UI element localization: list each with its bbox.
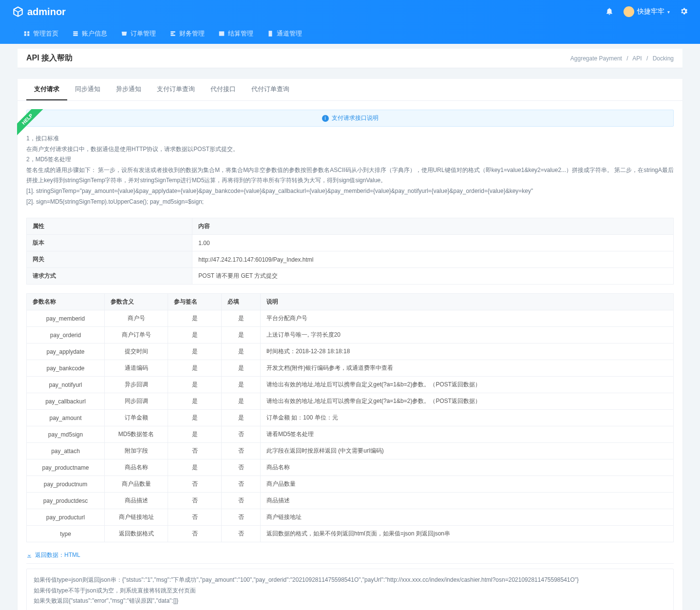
help-line: 签名生成的通用步骤如下： 第一步，设所有发送或者接收到的数据为集合M，将集合M内… [26,165,674,186]
cell: pay_producturl [27,509,105,526]
th-attr: 属性 [27,218,192,235]
cell: type [27,526,105,542]
table-row: pay_amount订单金额是是订单金额 如：100 单位：元 [27,410,674,426]
cell: 是 [168,459,222,476]
cell: 否 [168,493,222,509]
attr-name: 版本 [27,235,192,251]
cell: 否 [222,509,261,526]
cell: 否 [168,509,222,526]
cell: 平台分配商户号 [261,310,674,327]
tabs: 支付请求同步通知异步通知支付订单查询代付接口代付订单查询 [18,79,682,101]
cell: 返回数据格式 [105,526,168,542]
crumb-b[interactable]: API [632,55,642,62]
cell: 是 [222,377,261,393]
cell: 是 [168,393,222,410]
table-row: pay_bankcode通道编码是是开发文档(附件)银行编码参考，或通道费率中查… [27,360,674,377]
th-value: 内容 [192,218,674,235]
cell: pay_md5sign [27,426,105,443]
th: 说明 [261,294,674,310]
table-row: pay_md5signMD5数据签名是否请看MD5签名处理 [27,426,674,443]
cell: 请看MD5签名处理 [261,426,674,443]
table-row: pay_producturl商户链接地址否否商户链接地址 [27,509,674,526]
nav-finance[interactable]: 财务管理 [170,29,205,38]
logo-icon [12,5,24,18]
user-menu[interactable]: 快捷牢牢 ▾ [624,6,670,17]
th: 参数名称 [27,294,105,310]
help-line: 2，MD5签名处理 [26,154,674,165]
return-title: 返回数据：HTML [26,551,674,564]
nav-label: 通道管理 [277,29,302,38]
cell: 是 [168,310,222,327]
cell: 是 [168,327,222,343]
tab-2[interactable]: 异步通知 [108,79,149,100]
help-line: 在商户支付请求接口中，数据通信是使用HTTP协议，请求数据以POST形式提交。 [26,144,674,155]
nav-label: 结算管理 [228,29,253,38]
topbar: adminor 快捷牢牢 ▾ [0,0,700,23]
nav-orders[interactable]: 订单管理 [121,29,156,38]
cell: pay_orderid [27,327,105,343]
cell: 是 [168,360,222,377]
th: 必填 [222,294,261,310]
help-line: [1]. stringSignTemp="pay_amount={value}&… [26,186,674,197]
tab-3[interactable]: 支付订单查询 [149,79,203,100]
nav-settlement[interactable]: 结算管理 [218,29,253,38]
cell: 是 [222,343,261,360]
user-name: 快捷牢牢 [637,7,664,16]
return-line: 如果失败返回{"status":"error","msg":"错误原因","da… [34,596,666,607]
cell: pay_applydate [27,343,105,360]
cell: 商品描述 [261,493,674,509]
tab-5[interactable]: 代付订单查询 [244,79,297,100]
cell: 异步回调 [105,377,168,393]
table-row: pay_memberid商户号是是平台分配商户号 [27,310,674,327]
cell: pay_memberid [27,310,105,327]
cell: 上送订单号唯一, 字符长度20 [261,327,674,343]
nav-channel[interactable]: 通道管理 [267,29,302,38]
crumb-a[interactable]: Aggregate Payment [570,55,622,62]
info-icon: i [322,115,329,122]
gear-icon[interactable] [680,7,688,17]
cell: 此字段在返回时按原样返回 (中文需要url编码) [261,443,674,459]
nav-account[interactable]: 账户信息 [72,29,107,38]
table-row: pay_attach附加字段否否此字段在返回时按原样返回 (中文需要url编码) [27,443,674,459]
tab-4[interactable]: 代付接口 [203,79,244,100]
table-row: pay_productdesc商品描述否否商品描述 [27,493,674,509]
param-table: 参数名称参数含义参与签名必填说明 pay_memberid商户号是是平台分配商户… [26,293,674,542]
cell: 商品名称 [105,459,168,476]
avatar [624,6,634,17]
cell: 同步回调 [105,393,168,410]
page-head: API 接入帮助 Aggregate Payment / API / Docki… [18,49,682,68]
cell: 商户链接地址 [105,509,168,526]
nav-label: 订单管理 [131,29,156,38]
breadcrumb: Aggregate Payment / API / Docking [570,55,674,62]
cell: pay_productname [27,459,105,476]
cell: 商户号 [105,310,168,327]
attr-value: POST 请不要用 GET 方式提交 [192,268,674,285]
help-line: 1，接口标准 [26,133,674,144]
cell: 否 [222,476,261,493]
table-row: type返回数据格式否否返回数据的格式，如果不传则返回html页面，如果值=js… [27,526,674,542]
bell-icon[interactable] [605,7,614,17]
cell: 请给出有效的地址,地址后可以携带自定义get(?a=1&b=2)参数。（POST… [261,393,674,410]
cell: 商户链接地址 [261,509,674,526]
cell: pay_callbackurl [27,393,105,410]
cell: pay_bankcode [27,360,105,377]
table-row: 请求方式POST 请不要用 GET 方式提交 [27,268,674,285]
help-line: [2]. sign=MD5(stringSignTemp).toUpperCas… [26,197,674,208]
cell: 否 [168,443,222,459]
cell: 是 [168,426,222,443]
return-line: 如果传值type=json则返回json串：{"ststus":"1","msg… [34,575,666,586]
cell: pay_productnum [27,476,105,493]
return-body: 如果传值type=json则返回json串：{"ststus":"1","msg… [26,569,674,610]
attr-name: 网关 [27,251,192,268]
nav-home[interactable]: 管理首页 [23,29,58,38]
brand[interactable]: adminor [12,5,66,18]
tab-1[interactable]: 同步通知 [67,79,108,100]
help-text: 1，接口标准在商户支付请求接口中，数据通信是使用HTTP协议，请求数据以POST… [26,133,674,207]
cell: 否 [222,459,261,476]
tab-0[interactable]: 支付请求 [26,79,67,100]
th: 参数含义 [105,294,168,310]
attr-value: 1.00 [192,235,674,251]
cell: 否 [168,476,222,493]
cell: 返回数据的格式，如果不传则返回html页面，如果值=json 则返回json串 [261,526,674,542]
chevron-down-icon: ▾ [667,9,670,15]
